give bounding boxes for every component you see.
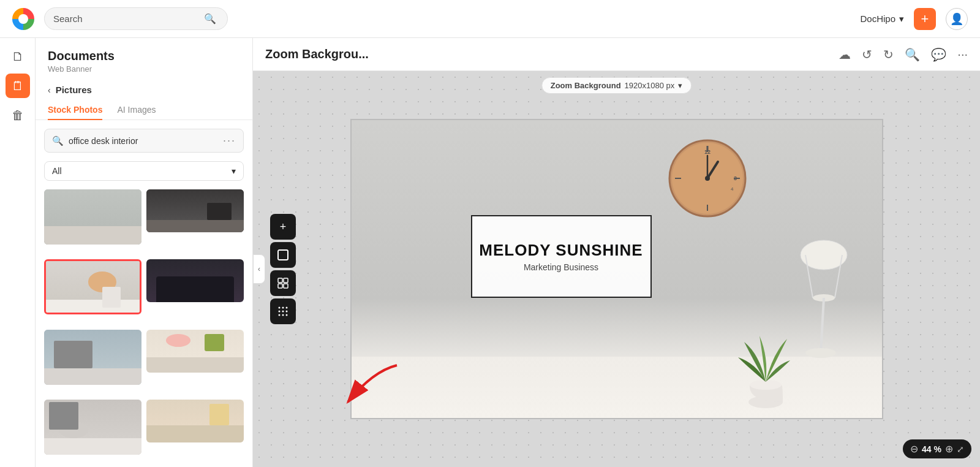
- tab-ai-images[interactable]: AI Images: [117, 100, 156, 120]
- sidebar-item-documents[interactable]: 🗋: [6, 44, 30, 69]
- user-icon: 👤: [950, 12, 963, 26]
- svg-point-13: [286, 314, 288, 316]
- svg-point-29: [805, 348, 836, 358]
- svg-text:4: 4: [731, 186, 734, 192]
- floating-tools: +: [270, 214, 296, 324]
- photo-search-input[interactable]: [69, 136, 219, 146]
- global-search-bar[interactable]: 🔍: [44, 7, 228, 30]
- svg-rect-3: [278, 284, 282, 288]
- brand-name: DocHipo: [860, 13, 895, 24]
- main-layout: 🗋 🗒 🗑 Documents Web Banner ‹ Pictures St…: [0, 38, 980, 467]
- more-options-icon[interactable]: ···: [957, 47, 968, 61]
- app-logo[interactable]: [12, 8, 34, 30]
- toolbar-icons: ☁ ↺ ↻ 🔍 💬 ···: [839, 47, 968, 62]
- svg-line-28: [821, 298, 824, 353]
- svg-point-8: [279, 311, 281, 313]
- size-indicator[interactable]: Zoom Background 1920x1080 px ▾: [541, 77, 692, 94]
- photo-search-more-icon[interactable]: ···: [223, 134, 236, 147]
- editor-area: Zoom Backgrou... ☁ ↺ ↻ 🔍 💬 ··· Zoom Back…: [253, 38, 980, 467]
- desk-lamp-element: [787, 230, 848, 368]
- nav-right: DocHipo ▾ + 👤: [860, 8, 968, 30]
- pictures-label: Pictures: [56, 85, 92, 95]
- svg-rect-1: [278, 278, 282, 283]
- size-label: Zoom Background: [551, 81, 621, 90]
- document-title: Zoom Backgrou...: [265, 47, 839, 61]
- svg-point-6: [282, 307, 284, 309]
- brand-dropdown-button[interactable]: DocHipo ▾: [860, 13, 904, 25]
- editor-toolbar: Zoom Backgrou... ☁ ↺ ↻ 🔍 💬 ···: [253, 38, 980, 71]
- photo-grid: [36, 187, 252, 467]
- zoom-value: 44 %: [922, 444, 941, 454]
- svg-text:3: 3: [734, 175, 737, 181]
- photo-tabs: Stock Photos AI Images: [36, 100, 252, 120]
- canvas-area: Zoom Background 1920x1080 px ▾ ‹ +: [253, 71, 980, 467]
- photo-search-icon: 🔍: [52, 135, 64, 146]
- photo-thumb-5[interactable]: [44, 330, 141, 385]
- filter-chevron-icon: ▾: [232, 166, 236, 176]
- template-icon: 🗒: [12, 79, 24, 93]
- svg-point-9: [282, 311, 284, 313]
- photo-thumb-7[interactable]: [44, 400, 141, 455]
- search-icon: 🔍: [204, 13, 216, 25]
- panel-title: Documents: [48, 49, 240, 63]
- filter-row: All ▾: [36, 159, 252, 187]
- size-value: 1920x1080 px: [625, 81, 675, 90]
- photo-thumb-3[interactable]: [44, 259, 141, 314]
- sidebar-item-templates[interactable]: 🗒: [6, 74, 30, 98]
- photo-search-bar[interactable]: 🔍 ···: [44, 129, 244, 153]
- brand-chevron-icon: ▾: [899, 13, 904, 25]
- zoom-bar: ⊖ 44 % ⊕ ⤢: [903, 439, 971, 458]
- add-element-tool[interactable]: +: [270, 214, 296, 240]
- svg-point-10: [286, 311, 288, 313]
- text-overlay-box[interactable]: MELODY SUNSHINE Marketing Business: [471, 215, 652, 298]
- photo-thumb-2[interactable]: [146, 189, 244, 232]
- svg-point-5: [279, 307, 281, 309]
- svg-point-11: [279, 314, 281, 316]
- panel-header: Documents Web Banner: [36, 38, 252, 77]
- trash-icon: 🗑: [12, 108, 24, 123]
- dots-tool[interactable]: [270, 298, 296, 324]
- wall-clock-element: 12 3 4: [668, 139, 747, 218]
- overlay-name-text: MELODY SUNSHINE: [479, 241, 643, 260]
- fullscreen-button[interactable]: ⤢: [957, 444, 964, 454]
- pictures-nav-back[interactable]: ‹ Pictures: [36, 77, 252, 100]
- panel-subtitle: Web Banner: [48, 64, 240, 74]
- svg-point-7: [286, 307, 288, 309]
- undo-icon[interactable]: ↺: [862, 47, 872, 62]
- back-arrow-icon: ‹: [48, 85, 51, 95]
- cloud-save-icon[interactable]: ☁: [839, 47, 851, 62]
- comments-icon[interactable]: 💬: [931, 47, 946, 62]
- svg-text:12: 12: [704, 149, 710, 155]
- filter-dropdown[interactable]: All ▾: [44, 161, 244, 181]
- icon-bar: 🗋 🗒 🗑: [0, 38, 36, 467]
- sidebar-item-trash[interactable]: 🗑: [6, 103, 30, 127]
- redo-icon[interactable]: ↻: [883, 47, 894, 62]
- filter-label: All: [52, 166, 62, 176]
- photo-thumb-8[interactable]: [146, 400, 244, 442]
- design-canvas[interactable]: 12 3 4: [350, 119, 883, 419]
- top-navigation: 🔍 DocHipo ▾ + 👤: [0, 0, 980, 38]
- search-canvas-icon[interactable]: 🔍: [905, 47, 920, 62]
- svg-rect-4: [284, 284, 288, 288]
- svg-point-12: [282, 314, 284, 316]
- photo-thumb-4[interactable]: [146, 259, 244, 302]
- photo-thumb-6[interactable]: [146, 330, 244, 373]
- document-icon: 🗋: [12, 50, 24, 64]
- overlay-subtitle-text: Marketing Business: [524, 262, 598, 272]
- photo-thumb-1[interactable]: [44, 189, 141, 245]
- tab-stock-photos[interactable]: Stock Photos: [48, 100, 102, 120]
- zoom-in-button[interactable]: ⊕: [945, 443, 953, 455]
- add-new-button[interactable]: +: [914, 8, 936, 30]
- left-panel: Documents Web Banner ‹ Pictures Stock Ph…: [36, 38, 253, 467]
- frame-tool[interactable]: [270, 242, 296, 268]
- panel-collapse-button[interactable]: ‹: [253, 254, 265, 284]
- plant-element: [735, 311, 796, 412]
- zoom-out-button[interactable]: ⊖: [910, 443, 918, 455]
- svg-rect-0: [278, 250, 288, 260]
- svg-rect-2: [284, 278, 288, 283]
- search-input[interactable]: [53, 13, 200, 24]
- grid-tool[interactable]: [270, 270, 296, 296]
- size-chevron-icon: ▾: [678, 81, 682, 90]
- user-profile-button[interactable]: 👤: [946, 8, 968, 30]
